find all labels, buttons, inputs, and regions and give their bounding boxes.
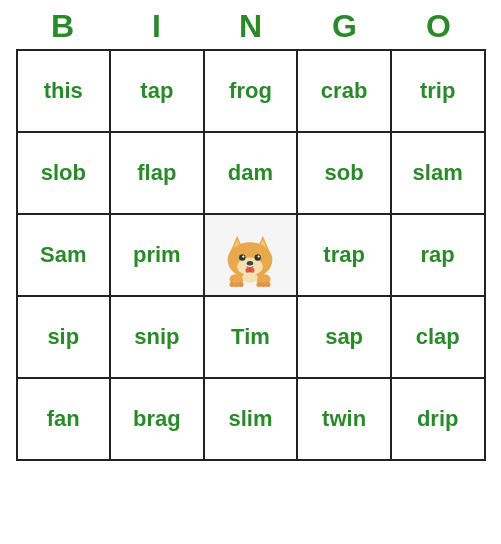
cell-r1-c0: slob	[17, 132, 111, 214]
cell-r1-c1: flap	[110, 132, 204, 214]
header-b: B	[16, 8, 110, 45]
svg-point-6	[240, 254, 246, 260]
cell-r2-c1: prim	[110, 214, 204, 296]
svg-point-18	[257, 282, 262, 287]
cell-r0-c0: this	[17, 50, 111, 132]
svg-point-8	[243, 255, 245, 257]
cell-r3-c3: sap	[297, 296, 391, 378]
header-n: N	[204, 8, 298, 45]
header-g: G	[298, 8, 392, 45]
svg-point-10	[247, 261, 253, 265]
cell-r1-c2: dam	[204, 132, 298, 214]
cell-r2-c3: trap	[297, 214, 391, 296]
header-i: I	[110, 8, 204, 45]
svg-point-7	[255, 254, 261, 260]
svg-point-21	[243, 272, 258, 282]
cell-r1-c3: sob	[297, 132, 391, 214]
svg-point-9	[258, 255, 260, 257]
cell-r0-c2: frog	[204, 50, 298, 132]
cell-r0-c3: crab	[297, 50, 391, 132]
svg-point-17	[239, 282, 244, 287]
cell-r3-c4: clap	[391, 296, 485, 378]
cell-r4-c0: fan	[17, 378, 111, 460]
svg-point-15	[230, 282, 235, 287]
cell-r0-c1: tap	[110, 50, 204, 132]
cell-r2-c4: rap	[391, 214, 485, 296]
cell-r4-c4: drip	[391, 378, 485, 460]
cell-r4-c3: twin	[297, 378, 391, 460]
cell-r3-c2: Tim	[204, 296, 298, 378]
svg-point-20	[266, 282, 271, 287]
cell-r0-c4: trip	[391, 50, 485, 132]
cell-r2-c0: Sam	[17, 214, 111, 296]
free-space-image	[205, 215, 297, 295]
cell-r1-c4: slam	[391, 132, 485, 214]
header-o: O	[392, 8, 486, 45]
cell-r3-c0: sip	[17, 296, 111, 378]
cell-r4-c2: slim	[204, 378, 298, 460]
bingo-grid: thistapfrogcrabtripslobflapdamsobslamSam…	[16, 49, 486, 461]
cell-r3-c1: snip	[110, 296, 204, 378]
cell-r4-c1: brag	[110, 378, 204, 460]
bingo-header: B I N G O	[16, 8, 486, 45]
cell-r2-c2	[204, 214, 298, 296]
